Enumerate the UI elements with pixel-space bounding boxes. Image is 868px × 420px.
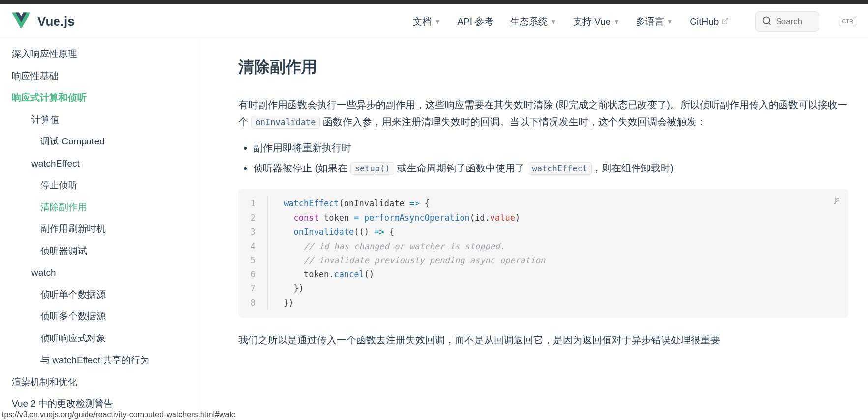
line-code: const token = performAsyncOperation(id.v…: [268, 211, 520, 225]
list-item: 副作用即将重新执行时: [253, 140, 848, 157]
line-code: onInvalidate(() => {: [268, 225, 394, 239]
code-line: 8}): [238, 296, 848, 310]
code-block: js 1watchEffect(onInvalidate => {2 const…: [238, 189, 848, 318]
sidebar-item[interactable]: 调试 Computed: [0, 131, 199, 153]
sidebar-item[interactable]: 响应性基础: [0, 65, 199, 87]
sidebar-item[interactable]: 深入响应性原理: [0, 43, 199, 65]
sidebar-item[interactable]: watch: [0, 262, 199, 284]
brand-name: Vue.js: [37, 14, 75, 29]
nav-ecosystem[interactable]: 生态系统▼: [510, 15, 556, 28]
code-lang-badge: js: [834, 194, 839, 206]
code-line: 7 }): [238, 281, 848, 296]
code-line: 3 onInvalidate(() => {: [238, 225, 848, 239]
code-line: 2 const token = performAsyncOperation(id…: [238, 211, 848, 225]
site-header: Vue.js 文档▼ API 参考 生态系统▼ 支持 Vue▼ 多语言▼ Git…: [0, 4, 868, 39]
chevron-down-icon: ▼: [434, 18, 440, 25]
sidebar-item[interactable]: 与 watchEffect 共享的行为: [0, 349, 199, 371]
chevron-down-icon: ▼: [667, 18, 673, 25]
code-watcheffect: watchEffect: [528, 162, 592, 175]
status-bar-url: tps://v3.cn.vuejs.org/guide/reactivity-c…: [0, 409, 237, 420]
code-line: 4 // id has changed or watcher is stoppe…: [238, 239, 848, 253]
page-title: 清除副作用: [238, 53, 848, 84]
chevron-down-icon: ▼: [613, 18, 619, 25]
top-nav: 文档▼ API 参考 生态系统▼ 支持 Vue▼ 多语言▼ GitHub CTR: [413, 11, 856, 32]
chevron-down-icon: ▼: [550, 18, 556, 25]
sidebar-item[interactable]: 侦听器调试: [0, 240, 199, 262]
sidebar-item[interactable]: 侦听单个数据源: [0, 284, 199, 306]
svg-point-1: [763, 17, 770, 23]
main-layout: 深入响应性原理响应性基础响应式计算和侦听计算值调试 ComputedwatchE…: [0, 39, 868, 420]
sidebar-item[interactable]: 清除副作用: [0, 196, 199, 219]
line-code: // id has changed or watcher is stopped.: [268, 239, 505, 253]
line-number: 3: [238, 225, 268, 239]
sidebar-item[interactable]: 副作用刷新时机: [0, 218, 199, 240]
sidebar-item[interactable]: 侦听响应式对象: [0, 328, 199, 350]
article-body: 清除副作用 有时副作用函数会执行一些异步的副作用，这些响应需要在其失效时清除 (…: [199, 39, 868, 420]
line-code: watchEffect(onInvalidate => {: [268, 196, 430, 211]
sidebar-item[interactable]: watchEffect: [0, 153, 199, 175]
sidebar-item[interactable]: 侦听多个数据源: [0, 306, 199, 328]
external-link-icon: [722, 16, 729, 27]
line-number: 4: [238, 239, 268, 253]
brand-link[interactable]: Vue.js: [12, 11, 75, 32]
line-number: 8: [238, 296, 268, 310]
sidebar[interactable]: 深入响应性原理响应性基础响应式计算和侦听计算值调试 ComputedwatchE…: [0, 39, 199, 420]
line-code: token.cancel(): [268, 267, 374, 281]
search-icon: [762, 16, 772, 28]
svg-line-2: [769, 22, 771, 24]
nav-lang[interactable]: 多语言▼: [636, 15, 673, 28]
window-chrome-bar: [0, 0, 868, 4]
closing-paragraph: 我们之所以是通过传入一个函数去注册失效回调，而不是从回调返回它，是因为返回值对于…: [238, 332, 848, 349]
nav-github[interactable]: GitHub: [690, 16, 729, 27]
nav-docs[interactable]: 文档▼: [413, 15, 440, 28]
search-kbd-hint: CTR: [839, 17, 856, 26]
vue-logo-icon: [12, 11, 30, 32]
nav-api[interactable]: API 参考: [457, 15, 493, 28]
code-line: 6 token.cancel(): [238, 267, 848, 281]
nav-support[interactable]: 支持 Vue▼: [573, 15, 619, 28]
line-code: }): [268, 296, 293, 310]
search-box[interactable]: [755, 11, 819, 32]
line-number: 5: [238, 253, 268, 268]
sidebar-item[interactable]: 响应式计算和侦听: [0, 87, 199, 109]
line-code: // invalidate previously pending async o…: [268, 253, 545, 268]
trigger-list: 副作用即将重新执行时 侦听器被停止 (如果在 setup() 或生命周期钩子函数…: [253, 140, 848, 177]
line-code: }): [268, 281, 304, 296]
code-setup: setup(): [350, 162, 395, 175]
svg-line-0: [725, 18, 728, 21]
line-number: 7: [238, 281, 268, 296]
sidebar-item[interactable]: 计算值: [0, 109, 199, 131]
code-line: 1watchEffect(onInvalidate => {: [238, 196, 848, 211]
code-on-invalidate: onInvalidate: [251, 116, 320, 129]
line-number: 2: [238, 211, 268, 225]
code-line: 5 // invalidate previously pending async…: [238, 253, 848, 268]
line-number: 1: [238, 196, 268, 211]
sidebar-item[interactable]: 停止侦听: [0, 174, 199, 196]
sidebar-item[interactable]: 渲染机制和优化: [0, 371, 199, 393]
line-number: 6: [238, 267, 268, 281]
search-input[interactable]: [776, 17, 813, 27]
list-item: 侦听器被停止 (如果在 setup() 或生命周期钩子函数中使用了 watchE…: [253, 160, 848, 177]
intro-paragraph: 有时副作用函数会执行一些异步的副作用，这些响应需要在其失效时清除 (即完成之前状…: [238, 96, 848, 131]
